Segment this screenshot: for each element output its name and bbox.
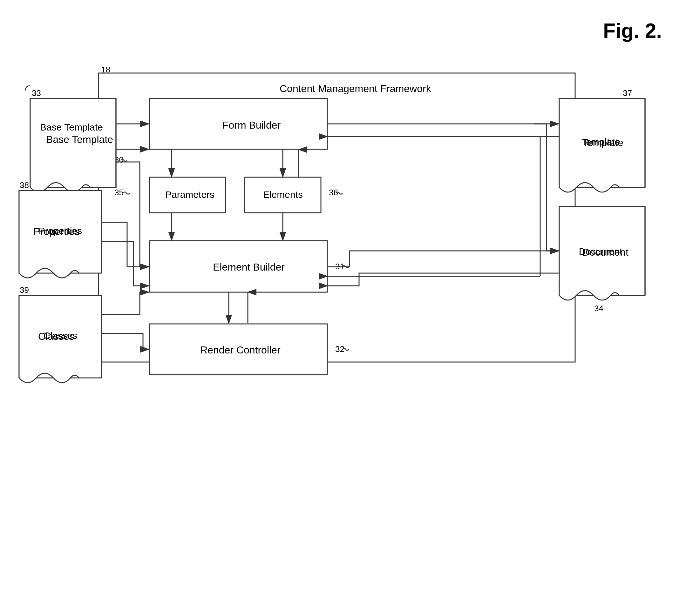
cmf-label: Content Management Framework	[280, 83, 432, 94]
properties-label: Properties	[21, 225, 100, 236]
template-label: Template	[561, 136, 640, 147]
svg-text:18: 18	[101, 65, 110, 74]
base-template-label: Base Template	[32, 121, 111, 134]
diagram-svg: Content Management Framework 18 Form Bui…	[0, 0, 700, 611]
svg-text:Element Builder: Element Builder	[213, 262, 285, 273]
svg-rect-12	[245, 177, 321, 213]
document-label: Document	[561, 246, 640, 257]
svg-text:35: 35	[114, 188, 123, 197]
svg-text:Base Template: Base Template	[46, 134, 113, 145]
svg-rect-21	[30, 99, 116, 188]
svg-rect-18	[149, 324, 327, 375]
svg-text:Form Builder: Form Builder	[222, 119, 281, 131]
svg-rect-9	[149, 177, 225, 213]
svg-rect-15	[149, 241, 327, 292]
svg-text:38: 38	[20, 180, 29, 190]
svg-text:37: 37	[623, 88, 632, 98]
figure-title: Fig. 2.	[603, 19, 662, 43]
svg-text:Elements: Elements	[263, 189, 303, 200]
svg-text:32: 32	[335, 344, 345, 354]
classes-label: Classes	[21, 330, 100, 341]
svg-text:Parameters: Parameters	[165, 189, 215, 200]
svg-text:36: 36	[329, 188, 338, 197]
svg-rect-4	[99, 73, 575, 362]
svg-text:31: 31	[335, 262, 345, 271]
svg-text:34: 34	[594, 303, 603, 313]
svg-text:30: 30	[114, 155, 123, 164]
svg-text:39: 39	[20, 285, 29, 295]
svg-text:33: 33	[32, 88, 41, 98]
svg-text:Render Controller: Render Controller	[200, 344, 280, 356]
svg-rect-6	[149, 99, 327, 149]
